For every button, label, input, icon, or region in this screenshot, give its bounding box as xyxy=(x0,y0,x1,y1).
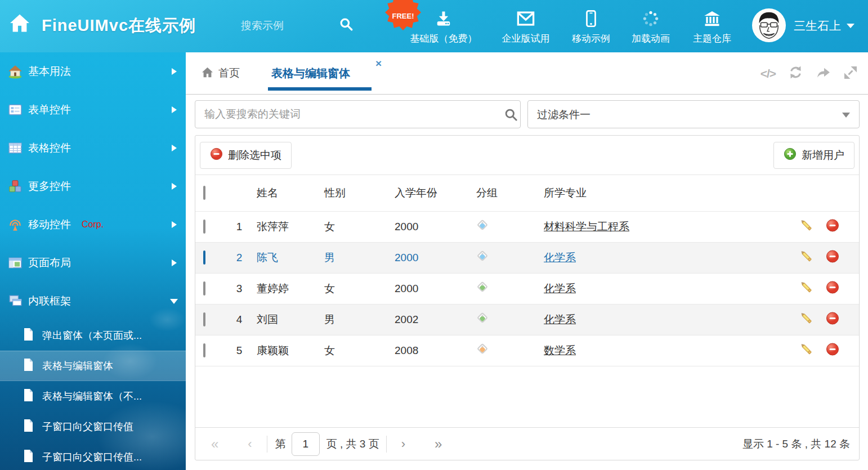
search-icon[interactable] xyxy=(339,17,354,34)
last-page-button[interactable]: » xyxy=(435,437,442,451)
close-icon[interactable]: × xyxy=(375,58,382,69)
page-number-input[interactable] xyxy=(292,432,320,456)
table-row[interactable]: 4 刘国 男 2002 化学系 xyxy=(195,305,859,335)
delete-selected-button[interactable]: 删除选中项 xyxy=(200,142,292,169)
column-header-year[interactable]: 入学年份 xyxy=(395,186,437,200)
select-all-checkbox[interactable] xyxy=(203,186,205,200)
nav-item-label: 移动示例 xyxy=(572,32,610,45)
filter-dropdown[interactable]: 过滤条件一 xyxy=(527,100,860,128)
column-header-group[interactable]: 分组 xyxy=(476,186,498,200)
row-checkbox[interactable] xyxy=(203,250,205,265)
edit-icon[interactable] xyxy=(800,281,813,297)
chevron-right-icon xyxy=(172,145,177,151)
column-header-name[interactable]: 姓名 xyxy=(257,186,278,200)
column-header-gender[interactable]: 性别 xyxy=(324,186,346,200)
document-icon xyxy=(23,449,34,465)
minus-circle-icon xyxy=(210,147,223,163)
major-link[interactable]: 化学系 xyxy=(544,281,576,296)
first-page-button[interactable]: « xyxy=(211,437,218,451)
edit-icon[interactable] xyxy=(800,250,813,266)
sidebar-item-iframe[interactable]: 内联框架 xyxy=(0,282,186,320)
sidebar-subitem-grid-edit-window[interactable]: 表格与编辑窗体 xyxy=(0,351,186,381)
document-icon xyxy=(23,419,34,435)
add-user-button[interactable]: 新增用户 xyxy=(773,142,854,169)
tab-home[interactable]: 首页 xyxy=(202,52,240,94)
avatar[interactable] xyxy=(752,8,786,42)
active-tab-underline xyxy=(268,87,372,91)
sidebar-subitem-child-to-parent-2[interactable]: 子窗口向父窗口传值... xyxy=(0,442,186,470)
document-icon xyxy=(23,328,34,343)
expand-icon[interactable] xyxy=(843,65,858,82)
column-header-major[interactable]: 所学专业 xyxy=(544,186,587,200)
sidebar-item-mobile-controls[interactable]: 移动控件 Corp. xyxy=(0,205,186,244)
table-row[interactable]: 2 陈飞 男 2000 化学系 xyxy=(195,243,859,274)
sidebar-subitem-popup-window[interactable]: 弹出窗体（本页面或... xyxy=(0,320,186,351)
nav-item-label: 企业版试用 xyxy=(502,32,550,45)
table-row[interactable]: 3 董婷婷 女 2000 化学系 xyxy=(195,274,859,305)
edit-icon[interactable] xyxy=(800,343,813,359)
keyword-search-input[interactable] xyxy=(195,100,521,128)
tab-grid-edit-window[interactable]: 表格与编辑窗体 × xyxy=(268,52,373,94)
envelope-icon xyxy=(516,10,535,29)
sidebar-item-grid-controls[interactable]: 表格控件 xyxy=(0,129,186,167)
nav-item-loading-animation[interactable]: 加载动画 xyxy=(622,10,679,45)
chevron-right-icon xyxy=(172,183,177,190)
share-icon[interactable] xyxy=(816,65,831,82)
delete-icon[interactable] xyxy=(826,343,839,359)
chevron-down-icon xyxy=(847,24,854,28)
divider xyxy=(386,436,387,453)
grid-panel: 删除选中项 新增用户 姓名 性别 入学年份 分组 所学专业 1 xyxy=(195,135,860,460)
user-menu[interactable]: 三生石上 xyxy=(794,18,854,34)
sidebar-item-more-controls[interactable]: 更多控件 xyxy=(0,167,186,205)
major-link[interactable]: 材料科学与工程系 xyxy=(544,220,629,234)
record-count-summary: 显示 1 - 5 条 , 共 12 条 xyxy=(742,437,850,451)
delete-icon[interactable] xyxy=(826,219,839,235)
tag-icon xyxy=(476,343,490,356)
document-icon xyxy=(23,388,34,404)
refresh-icon[interactable] xyxy=(788,65,803,82)
edit-icon[interactable] xyxy=(800,312,813,328)
row-checkbox[interactable] xyxy=(203,281,205,296)
tag-icon xyxy=(476,219,490,232)
chevron-right-icon xyxy=(172,221,177,228)
source-code-icon[interactable]: </> xyxy=(760,67,776,80)
next-page-button[interactable]: › xyxy=(401,438,405,450)
tab-bar: 首页 表格与编辑窗体 × </> xyxy=(186,52,868,95)
nav-item-mobile-demo[interactable]: 移动示例 xyxy=(562,10,620,45)
major-link[interactable]: 化学系 xyxy=(544,250,576,265)
users-table: 姓名 性别 入学年份 分组 所学专业 1 张萍萍 女 2000 材料科学与工程系 xyxy=(195,175,859,366)
major-link[interactable]: 化学系 xyxy=(544,312,576,327)
tag-icon xyxy=(476,250,490,263)
home-logo-icon[interactable] xyxy=(9,14,30,35)
bank-icon xyxy=(703,10,721,29)
delete-icon[interactable] xyxy=(826,312,839,328)
row-checkbox[interactable] xyxy=(203,220,205,234)
layout-icon xyxy=(8,256,23,270)
table-row[interactable]: 1 张萍萍 女 2000 材料科学与工程系 xyxy=(195,212,859,243)
form-icon xyxy=(8,102,23,117)
filter-dropdown-value: 过滤条件一 xyxy=(537,108,590,122)
nav-item-enterprise-trial[interactable]: 企业版试用 xyxy=(491,10,560,45)
chevron-right-icon xyxy=(172,259,177,266)
mobile-icon xyxy=(585,10,597,29)
major-link[interactable]: 数学系 xyxy=(544,343,576,358)
sidebar: 基本用法 表单控件 表格控件 更多控件 移动控件 Corp. 页面布局 xyxy=(0,52,186,470)
nav-item-theme-repo[interactable]: 主题仓库 xyxy=(683,10,741,45)
edit-icon[interactable] xyxy=(800,219,813,235)
prev-page-button[interactable]: ‹ xyxy=(248,438,252,450)
sidebar-item-page-layout[interactable]: 页面布局 xyxy=(0,244,186,282)
sidebar-item-basic-usage[interactable]: 基本用法 xyxy=(0,52,186,91)
row-checkbox[interactable] xyxy=(203,343,205,357)
sidebar-subitem-grid-edit-window-2[interactable]: 表格与编辑窗体（不... xyxy=(0,381,186,411)
header-search-input[interactable] xyxy=(241,17,331,35)
delete-icon[interactable] xyxy=(826,281,839,297)
sidebar-subitem-child-to-parent[interactable]: 子窗口向父窗口传值 xyxy=(0,411,186,442)
row-checkbox[interactable] xyxy=(203,312,205,326)
sidebar-item-form-controls[interactable]: 表单控件 xyxy=(0,91,186,129)
spinner-icon xyxy=(642,10,659,29)
grid-toolbar: 删除选中项 新增用户 xyxy=(195,136,859,175)
delete-icon[interactable] xyxy=(826,250,839,266)
table-icon xyxy=(8,141,23,155)
home-icon xyxy=(202,67,213,80)
table-row[interactable]: 5 康颖颖 女 2008 数学系 xyxy=(195,335,859,366)
